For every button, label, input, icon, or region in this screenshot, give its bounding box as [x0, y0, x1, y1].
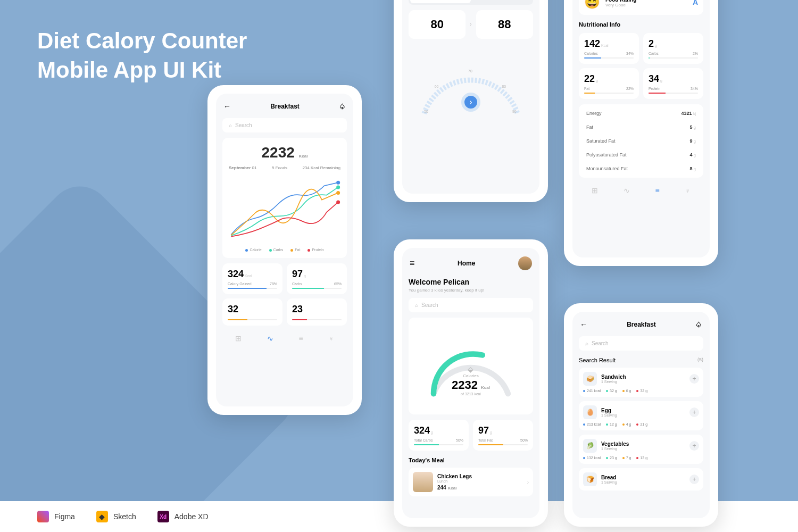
total-kcal: 2232	[262, 144, 295, 161]
svg-point-3	[336, 200, 340, 204]
food-item[interactable]: 🥪Sandwich1 Serving+241 kcal32 g6 g32 g	[579, 368, 703, 397]
back-icon[interactable]: ←	[580, 320, 587, 329]
search-input[interactable]: ⌕Search	[409, 298, 533, 312]
section-title: Nutritional Info	[579, 21, 703, 28]
screen-details: ← Details ♤ Chicken Legs 5 Serving 89 g …	[564, 0, 718, 266]
stat-card: 22gFat22%	[579, 68, 639, 99]
add-button[interactable]: +	[689, 441, 699, 451]
weight-to: 88	[476, 10, 533, 39]
gauge-next-button[interactable]: ›	[461, 93, 480, 112]
stat-card: 97gCarbs65%	[287, 263, 347, 294]
food-item[interactable]: 🥬Vegetables1 Serving+132 kcal23 g7 g13 g	[579, 435, 703, 464]
calorie-arc: ⬙ Calories 2232 Kcal of 3213 kcal	[415, 328, 527, 408]
section-title: Search Result	[579, 357, 616, 363]
tab-profile-icon[interactable]: ♀	[685, 186, 691, 195]
nutrition-row: Energy4321 kj	[584, 106, 698, 120]
weight-gauge: 50 60 70 80 90 ›	[409, 45, 533, 120]
tab-activity-icon[interactable]: ∿	[267, 334, 273, 343]
nutrition-row: Saturated Fat9 g	[584, 134, 698, 148]
food-icon: 🥬	[583, 439, 597, 453]
nutrition-row: Polyusaturated Fat4 g	[584, 148, 698, 162]
add-button[interactable]: +	[689, 408, 699, 417]
search-icon: ⌕	[585, 340, 588, 346]
chart-legend: Calorie Carbs Fat Protein	[229, 248, 340, 252]
sketch-icon: ◆	[96, 511, 108, 522]
svg-text:70: 70	[468, 69, 472, 72]
svg-text:80: 80	[502, 84, 506, 88]
screen-target-weight: Your Target Weight Fusce nec lacus eu fe…	[394, 0, 548, 202]
tab-activity-icon[interactable]: ∿	[624, 186, 630, 195]
tool-figma: Figma	[37, 511, 75, 522]
unit-toggle[interactable]: KG LB	[409, 0, 533, 5]
tab-grid-icon[interactable]: ⊞	[592, 186, 598, 195]
svg-text:90: 90	[512, 109, 517, 113]
search-icon: ⌕	[415, 302, 418, 308]
svg-point-0	[336, 181, 340, 185]
food-icon: 🥪	[583, 372, 597, 386]
chevron-right-icon: ›	[527, 479, 529, 485]
welcome-title: Welcome Pelican	[409, 278, 533, 286]
menu-icon[interactable]: ≡	[410, 259, 414, 268]
nutrition-row: Fat5 g	[584, 120, 698, 134]
unit-kg[interactable]: KG	[410, 0, 471, 3]
tool-xd: XdAdobe XD	[157, 511, 209, 522]
food-item[interactable]: 🍞Bread1 Serving+	[579, 468, 703, 491]
weight-from: 80	[409, 10, 466, 39]
search-icon: ⌕	[229, 122, 232, 128]
stat-card: 34gProtein34%	[643, 68, 703, 99]
page-title: Home	[458, 260, 475, 267]
hero-title: Diet Calory Counter Mobile App UI Kit	[37, 27, 247, 85]
tab-profile-icon[interactable]: ♀	[329, 334, 335, 343]
svg-point-2	[336, 191, 340, 195]
stat-carbs: 324gTotal Carbs50%	[409, 420, 469, 451]
screen-search: ← Breakfast ♤ ⌕Search Search Result(5) 🥪…	[564, 303, 718, 527]
back-icon[interactable]: ←	[223, 102, 231, 111]
section-title: Today's Meal	[409, 457, 533, 463]
svg-text:50: 50	[424, 109, 428, 113]
nutrition-chart	[229, 174, 340, 244]
stat-card: 142KcalCalories34%	[579, 33, 639, 64]
tab-list-icon[interactable]: ≡	[299, 334, 303, 343]
bell-icon[interactable]: ♤	[339, 102, 346, 111]
add-button[interactable]: +	[689, 374, 699, 384]
tab-list-icon[interactable]: ≡	[655, 186, 660, 195]
xd-icon: Xd	[157, 511, 169, 522]
stat-card: 324KcalCalory Gained78%	[222, 263, 282, 294]
stat-card: 2gCarbs2%	[643, 33, 703, 64]
tab-bar: ⊞ ∿ ≡ ♀	[579, 182, 703, 199]
meal-image	[413, 472, 433, 492]
fire-icon: ⬙	[452, 365, 490, 373]
screen-home: ≡ Home Welcome Pelican You gained 3 kilo…	[394, 239, 548, 527]
screen-breakfast: ← Breakfast ♤ ⌕Search 2232 Kcal Septembe…	[207, 85, 362, 415]
stat-fat: 97gTotal Fat50%	[473, 420, 533, 451]
svg-point-1	[336, 185, 340, 189]
page-title: Breakfast	[627, 321, 656, 328]
chevron-right-icon: ›	[470, 21, 471, 27]
add-button[interactable]: +	[689, 475, 699, 484]
bell-icon[interactable]: ♤	[695, 320, 702, 329]
emoji-icon: 😄	[584, 0, 600, 10]
stat-card: 32	[222, 298, 282, 326]
avatar[interactable]	[518, 256, 532, 270]
tool-sketch: ◆Sketch	[96, 511, 136, 522]
search-input[interactable]: ⌕Search	[579, 336, 703, 351]
grade-badge: A	[693, 0, 698, 6]
food-icon: 🍞	[583, 472, 597, 486]
food-icon: 🥚	[583, 405, 597, 419]
meal-item[interactable]: Chicken Legs Lunch 244 Kcal ›	[409, 468, 533, 496]
food-item[interactable]: 🥚Egg1 Serving+213 kcal12 g4 g21 g	[579, 401, 703, 430]
stat-card: 23	[287, 298, 347, 326]
tab-grid-icon[interactable]: ⊞	[235, 334, 242, 343]
unit-lb[interactable]: LB	[471, 0, 531, 3]
page-title: Breakfast	[270, 103, 300, 110]
svg-text:60: 60	[435, 84, 439, 88]
food-rating: 😄 Food RatingVery Good A	[579, 0, 703, 15]
figma-icon	[37, 511, 49, 522]
nutrition-row: Monounsatured Fat8 g	[584, 162, 698, 176]
search-input[interactable]: ⌕Search	[222, 118, 347, 132]
tab-bar: ⊞ ∿ ≡ ♀	[222, 330, 347, 347]
